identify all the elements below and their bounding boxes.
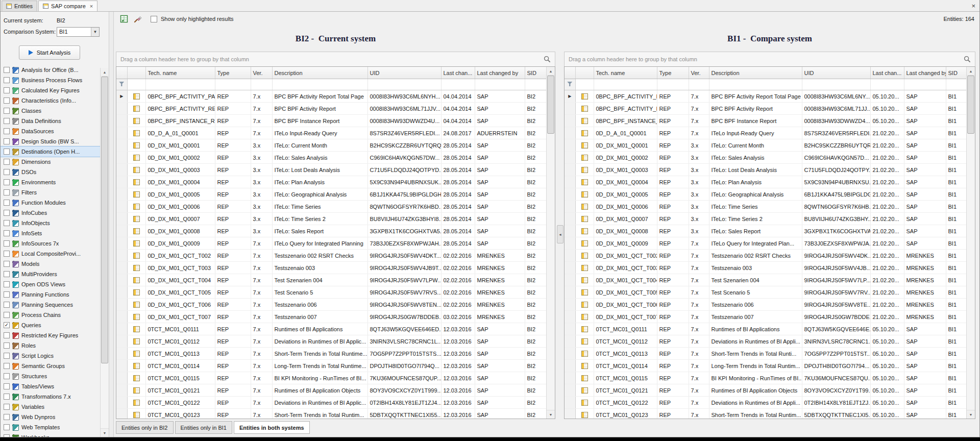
tree-item-checkbox[interactable]: ✓: [4, 322, 10, 328]
grid-row[interactable]: 0D_DX_M01_Q0006REP3.xITeLo: Time Series8…: [116, 201, 547, 213]
scroll-up-icon[interactable]: ▲: [101, 68, 109, 77]
tree-item-design-studio-bw-s[interactable]: Design Studio (BW S...: [1, 136, 100, 146]
grid-row[interactable]: 0D_DX_M01_Q0008REP3.xITeLo: Sales Report…: [116, 225, 547, 237]
tree-item-infosets[interactable]: InfoSets: [1, 228, 100, 238]
tree-item-checkbox[interactable]: [4, 210, 10, 216]
column-header-sid[interactable]: SID: [946, 67, 967, 79]
tree-item-checkbox[interactable]: [4, 67, 10, 73]
tree-item-queries[interactable]: ✓Queries: [1, 320, 100, 330]
scroll-up-icon[interactable]: ▲: [547, 67, 555, 76]
chevron-down-icon[interactable]: ▼: [91, 28, 99, 36]
tree-item-checkbox[interactable]: [4, 342, 10, 349]
column-header-description[interactable]: Description: [709, 67, 802, 79]
grid-row[interactable]: 0TCT_MC01_Q0121REP7.xRuntimes of BI Appl…: [116, 384, 547, 397]
tree-item-checkbox[interactable]: [4, 373, 10, 379]
grid-row[interactable]: 0TCT_MC01_Q0113REP7.xShort-Term Trends i…: [565, 348, 967, 360]
grid-row[interactable]: 0D_DX_M01_QCT_T005REP7.xTest Scenario 59…: [565, 286, 967, 299]
tree-item-web-dynpros[interactable]: Web Dynpros: [1, 412, 100, 422]
grid-row[interactable]: 0D_DX_M01_Q0005REP3.xITeLo: Geographical…: [565, 188, 967, 201]
grid-row[interactable]: 0D_DX_M01_Q0004REP3.xITeLo: Plan Analysi…: [116, 176, 547, 188]
grid-row[interactable]: 0D_DX_M01_QCT_T004REP7.xTest Szenarien 0…: [116, 274, 547, 286]
panel-splitter[interactable]: ◄: [555, 26, 564, 419]
column-header-ver[interactable]: Ver.: [251, 67, 272, 79]
column-header-uid[interactable]: UID: [368, 67, 441, 79]
tree-item-checkbox[interactable]: [4, 271, 10, 277]
tree-item-checkbox[interactable]: [4, 404, 10, 410]
grid-row[interactable]: 0BPC_BPF_ACTIVITY_REPREP7.xBPC BPF Activ…: [565, 103, 967, 115]
grid-right-scroll-thumb[interactable]: [967, 76, 974, 134]
tree-item-semantic-groups[interactable]: Semantic Groups: [1, 361, 100, 371]
tree-item-checkbox[interactable]: [4, 108, 10, 114]
tree-item-checkbox[interactable]: [4, 383, 10, 389]
tree-item-checkbox[interactable]: [4, 138, 10, 144]
tree-item-models[interactable]: Models: [1, 259, 100, 269]
tree-item-business-process-flows[interactable]: Business Process Flows: [1, 75, 100, 85]
tree-item-checkbox[interactable]: [4, 240, 10, 247]
grid-row[interactable]: 0D_DX_M01_QCT_T003REP7.xTestszenaio 0039…: [116, 262, 547, 274]
sidebar-splitter[interactable]: [109, 12, 114, 437]
tree-item-checkbox[interactable]: [4, 128, 10, 134]
filter-cell[interactable]: [946, 79, 967, 90]
grid-row[interactable]: 0D_DX_M01_Q0002REP3.xITeLo: Sales Analys…: [565, 152, 967, 164]
grid-row[interactable]: 0D_DX_M01_QCT_T007REP7.xTestszenario 007…: [116, 311, 547, 323]
column-header-uid[interactable]: UID: [802, 67, 870, 79]
grid-row[interactable]: 0TCT_MC01_Q0111REP7.xRuntimes of BI Appl…: [565, 323, 967, 335]
grid-row[interactable]: 0D_DX_M01_Q0001REP3.xITeLo: Current Mont…: [116, 139, 547, 152]
filter-cell[interactable]: [127, 79, 145, 90]
column-header-sid[interactable]: SID: [525, 67, 547, 79]
tree-scroll-thumb[interactable]: [101, 77, 108, 363]
column-header-tech-name[interactable]: Tech. name: [594, 67, 657, 79]
grid-left-scroll-thumb[interactable]: [547, 76, 554, 134]
filter-cell[interactable]: [145, 79, 215, 90]
grid-row[interactable]: 0D_DX_M01_Q0001REP3.xITeLo: Current Mont…: [565, 139, 967, 152]
filter-cell[interactable]: [272, 79, 368, 90]
filter-cell[interactable]: [689, 79, 709, 90]
grid-row[interactable]: 0D_DX_M01_Q0003REP3.xITeLo: Lost Deals A…: [565, 164, 967, 176]
filter-cell[interactable]: [368, 79, 441, 90]
grid-row[interactable]: 0D_DX_M01_QCT_T005REP7.xTest Scenario 59…: [116, 286, 547, 299]
tree-item-checkbox[interactable]: [4, 159, 10, 165]
tree-item-dsos[interactable]: DSOs: [1, 167, 100, 177]
highlight-brush-icon[interactable]: [133, 14, 143, 24]
column-header-last-changed-by[interactable]: Last changed by: [475, 67, 525, 79]
grid-row[interactable]: 0D_DX_M01_Q0007REP3.xITeLo: Time Series …: [565, 213, 967, 225]
tree-item-checkbox[interactable]: [4, 434, 10, 437]
tree-item-local-compositeprovi[interactable]: Local CompositeProvi...: [1, 249, 100, 259]
tree-item-checkbox[interactable]: [4, 312, 10, 318]
grid-row[interactable]: 0TCT_MC01_Q0122REP7.xDeviations in Runti…: [565, 397, 967, 409]
tree-item-checkbox[interactable]: [4, 189, 10, 195]
grid-row[interactable]: 0D_DX_M01_Q0002REP3.xITeLo: Sales Analys…: [116, 152, 547, 164]
grid-row[interactable]: 0D_DX_M01_Q0005REP3.xITeLo: Geographical…: [116, 188, 547, 201]
scroll-down-icon[interactable]: ▼: [547, 410, 555, 419]
tree-item-restricted-key-figures[interactable]: Restricted Key Figures: [1, 330, 100, 340]
filter-cell[interactable]: [475, 79, 525, 90]
tab-entities-only-bi2[interactable]: Entities only in BI2: [116, 421, 174, 434]
grid-row[interactable]: 0TCT_MC01_Q0121REP7.xRuntimes of BI Appl…: [565, 384, 967, 397]
column-header-last-changed-by[interactable]: Last changed by: [904, 67, 946, 79]
tree-item-checkbox[interactable]: [4, 291, 10, 298]
tree-item-checkbox[interactable]: [4, 97, 10, 104]
grid-row[interactable]: 0D_DX_M01_QCT_T002REP7.xTestszenario 002…: [116, 250, 547, 262]
tree-item-checkbox[interactable]: [4, 220, 10, 226]
grid-right-scrollbar[interactable]: ▲ ▼: [966, 67, 975, 419]
tree-item-dimensions[interactable]: Dimensions: [1, 157, 100, 167]
grid-row[interactable]: 0D_DX_M01_Q0008REP3.xITeLo: Sales Report…: [565, 225, 967, 237]
tree-item-checkbox[interactable]: [4, 302, 10, 308]
grid-row[interactable]: 0D_DX_M01_QCT_T006REP7.xTestszenario 006…: [565, 299, 967, 311]
tree-scrollbar[interactable]: ▲ ▼: [100, 68, 109, 437]
filter-cell[interactable]: [802, 79, 870, 90]
filter-funnel-icon[interactable]: [119, 82, 124, 86]
grid-row[interactable]: 0BPC_BPF_INSTANCE_...REP7.xBPC BPF Insta…: [565, 115, 967, 127]
tab-close-icon[interactable]: ×: [90, 4, 93, 9]
tree-item-checkbox[interactable]: [4, 77, 10, 83]
tree-item-transformations-7-x[interactable]: Transformations 7.x: [1, 391, 100, 402]
tree-item-checkbox[interactable]: [4, 251, 10, 257]
column-header-ver[interactable]: Ver.: [689, 67, 709, 79]
tree-item-tables-views[interactable]: Tables/Views: [1, 381, 100, 391]
filter-cell[interactable]: [525, 79, 547, 90]
filter-cell[interactable]: [575, 79, 594, 90]
search-icon[interactable]: [964, 56, 971, 63]
tree-item-workbooks[interactable]: Workbooks: [1, 432, 100, 437]
grid-row[interactable]: 0TCT_MC01_Q0113REP7.xShort-Term Trends i…: [116, 348, 547, 360]
grid-row[interactable]: 0D_DX_M01_QCT_T002REP7.xTestszenario 002…: [565, 250, 967, 262]
